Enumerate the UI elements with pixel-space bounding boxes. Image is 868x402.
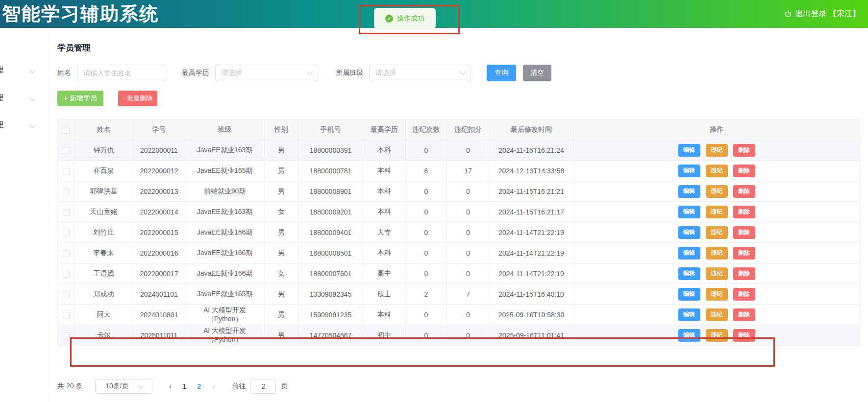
row-action-delete-button[interactable]: 删除 [733, 226, 755, 239]
cell-edu: 本科 [363, 140, 406, 161]
next-page-button[interactable]: › [206, 382, 220, 390]
row-operations-cell: 编辑违纪删除 [573, 181, 860, 202]
class-select-placeholder: 请选择 [375, 69, 396, 77]
row-operations-cell: 编辑违纪删除 [573, 305, 860, 325]
action-bar: + 新增学员 - 批量删除 [57, 91, 157, 106]
row-action-delete-button[interactable]: 删除 [733, 308, 755, 321]
row-action-violation-button[interactable]: 违纪 [706, 288, 728, 301]
row-action-delete-button[interactable]: 删除 [733, 206, 755, 218]
cell-sid: 2022000013 [133, 181, 185, 202]
table-row: 卡尔2025011011AI 大模型开发（Python）男14770504567… [58, 325, 860, 346]
cell-name: 王语嫣 [74, 263, 133, 284]
cell-clazz: AI 大模型开发（Python） [185, 305, 265, 325]
filter-bar: 姓名 最高学历 请选择 所属班级 请选择 查询 清空 [57, 64, 551, 82]
col-header-class: 班级 [185, 119, 265, 140]
cell-phone: 18800007601 [298, 263, 363, 284]
class-filter-label: 所属班级 [336, 69, 363, 77]
education-filter-select[interactable]: 请选择 [215, 65, 318, 81]
row-checkbox[interactable] [63, 332, 70, 339]
cell-clazz: 前端就业90期 [185, 181, 265, 202]
goto-page-input[interactable] [250, 379, 276, 394]
cell-sid: 2022000012 [133, 161, 185, 181]
logout-button[interactable]: 退出登录 【宋江】 [784, 0, 860, 28]
row-checkbox[interactable] [63, 312, 70, 319]
row-checkbox[interactable] [63, 250, 70, 257]
row-action-edit-button[interactable]: 编辑 [678, 288, 700, 301]
batch-delete-button[interactable]: - 批量删除 [118, 91, 157, 106]
row-action-violation-button[interactable]: 违纪 [706, 226, 728, 239]
sidebar-item-1[interactable]: 理 [0, 63, 49, 77]
page-size-select[interactable]: 10条/页 [95, 379, 152, 394]
cell-edu: 硕士 [363, 284, 406, 305]
sidebar-item-3[interactable]: 理 [0, 118, 49, 132]
class-filter-select[interactable]: 请选择 [369, 65, 471, 81]
row-action-edit-button[interactable]: 编辑 [678, 247, 700, 260]
cell-violations: 0 [406, 263, 447, 284]
row-operations-cell: 编辑违纪删除 [573, 140, 860, 161]
row-action-violation-button[interactable]: 违纪 [706, 206, 728, 218]
cell-modified: 2024-12-13T14:33:58 [490, 161, 573, 181]
row-action-edit-button[interactable]: 编辑 [678, 144, 700, 157]
row-action-edit-button[interactable]: 编辑 [678, 165, 700, 177]
row-checkbox-cell [58, 284, 74, 305]
search-button[interactable]: 查询 [487, 65, 516, 81]
row-action-delete-button[interactable]: 删除 [733, 247, 755, 260]
power-icon [784, 10, 792, 18]
row-operations-cell: 编辑违纪删除 [573, 202, 860, 222]
row-action-edit-button[interactable]: 编辑 [678, 267, 700, 280]
row-checkbox[interactable] [63, 209, 70, 216]
row-action-violation-button[interactable]: 违纪 [706, 165, 728, 177]
cell-edu: 初中 [363, 325, 406, 346]
row-checkbox[interactable] [63, 147, 70, 154]
chevron-down-icon [29, 68, 35, 73]
sidebar-item-label: 理 [0, 120, 3, 130]
cell-edu: 大专 [363, 222, 406, 243]
row-checkbox[interactable] [63, 189, 70, 195]
row-action-delete-button[interactable]: 删除 [733, 185, 755, 198]
row-checkbox[interactable] [63, 230, 70, 236]
row-action-edit-button[interactable]: 编辑 [678, 308, 700, 321]
row-action-edit-button[interactable]: 编辑 [678, 206, 700, 218]
row-checkbox[interactable] [63, 168, 70, 175]
row-action-delete-button[interactable]: 删除 [733, 165, 755, 177]
row-action-violation-button[interactable]: 违纪 [706, 247, 728, 260]
row-checkbox[interactable] [63, 271, 70, 278]
name-filter-input[interactable] [77, 65, 165, 81]
row-action-edit-button[interactable]: 编辑 [678, 185, 700, 198]
cell-deduction: 0 [447, 222, 490, 243]
row-action-violation-button[interactable]: 违纪 [706, 267, 728, 280]
cell-modified: 2024-11-15T16:21:24 [490, 140, 573, 161]
row-action-edit-button[interactable]: 编辑 [678, 329, 700, 342]
row-action-edit-button[interactable]: 编辑 [678, 226, 700, 239]
table-row: 刘竹庄2022000015JavaEE就业166期男18800009401大专0… [58, 222, 860, 243]
cell-name: 刘竹庄 [74, 222, 133, 243]
cell-violations: 0 [406, 222, 447, 243]
clear-button[interactable]: 清空 [523, 65, 551, 81]
sidebar-item-2[interactable]: 理 [0, 91, 49, 105]
row-action-delete-button[interactable]: 删除 [733, 267, 755, 280]
row-checkbox[interactable] [63, 291, 70, 298]
cell-clazz: AI 大模型开发（Python） [185, 325, 265, 346]
page-number-1[interactable]: 1 [177, 382, 192, 390]
row-action-delete-button[interactable]: 删除 [733, 329, 755, 342]
col-header-modified-time: 最后修改时间 [490, 119, 573, 140]
table-row: 耶律洪基2022000013前端就业90期男18800008901本科00202… [58, 181, 860, 202]
add-student-button[interactable]: + 新增学员 [57, 91, 103, 106]
select-all-checkbox[interactable] [63, 127, 70, 134]
row-action-delete-button[interactable]: 删除 [733, 288, 755, 301]
chevron-down-icon [138, 383, 143, 388]
cell-gender: 男 [265, 284, 298, 305]
row-operations-cell: 编辑违纪删除 [573, 161, 860, 181]
success-toast: ✓ 操作成功 [374, 8, 436, 29]
row-checkbox-cell [58, 202, 74, 222]
prev-page-button[interactable]: ‹ [163, 382, 177, 390]
cell-deduction: 0 [447, 325, 490, 346]
page-number-2[interactable]: 2 [192, 382, 206, 390]
row-action-delete-button[interactable]: 删除 [733, 144, 755, 157]
row-action-violation-button[interactable]: 违纪 [706, 144, 728, 157]
row-action-violation-button[interactable]: 违纪 [706, 329, 728, 342]
table-row: 崔百泉2022000012JavaEE就业165期男18800000781本科6… [58, 161, 860, 181]
cell-violations: 0 [406, 305, 447, 325]
row-action-violation-button[interactable]: 违纪 [706, 185, 728, 198]
row-action-violation-button[interactable]: 违纪 [706, 308, 728, 321]
